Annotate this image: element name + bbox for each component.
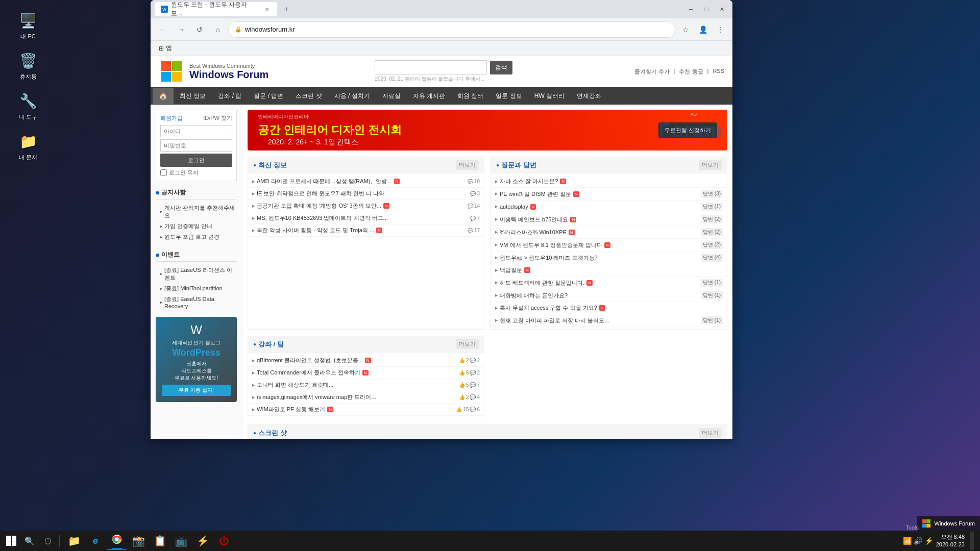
menu-button[interactable]: ⋮ [712, 21, 728, 38]
taskbar-ie[interactable]: e [85, 532, 106, 550]
nav-members[interactable]: 회원 장터 [451, 88, 489, 105]
lecture-more[interactable]: 더보기 [456, 339, 479, 349]
header-link-recommend[interactable]: 추천 행글 [679, 68, 703, 76]
ad-banner[interactable]: 인테리어디자인코리아 공간 인테리어 디자인 전시회 2020. 2. 26+ … [248, 110, 727, 151]
login-button[interactable]: 로그인 [160, 154, 232, 167]
nav-hw[interactable]: HW 갤러리 [528, 88, 571, 105]
qa-item-11[interactable]: 혹시 무설치 access 구할 수 있을 가요? N [491, 302, 727, 314]
notice-item-3[interactable]: 윈도우 포럼 로고 변경 [156, 232, 237, 242]
taskbar-app-4[interactable]: ⚡ [192, 532, 213, 550]
address-bar[interactable]: 🔒 windowsforum.kr [228, 21, 675, 38]
refresh-button[interactable]: ↺ [191, 21, 208, 38]
nav-resources[interactable]: 자료실 [376, 88, 407, 105]
header-link-rss[interactable]: RSS [713, 68, 724, 76]
taskbar-app-2[interactable]: 📋 [150, 532, 170, 550]
nav-daily[interactable]: 일툰 정보 [489, 88, 528, 105]
lecture-item-5[interactable]: WIM파일로 PE 실행 해보기 N 👍 15 💬 6 [248, 404, 484, 416]
website-content[interactable]: Best Windows Community Windows Forum 검색 … [151, 56, 732, 439]
desktop-icon-tools[interactable]: 🔧 내 도구 [10, 91, 46, 121]
nav-lecture[interactable]: 강좌 / 팁 [212, 88, 248, 105]
qa-item-4[interactable]: 이샘텍 메인보드 b75인데요 N 답변 (2) [491, 213, 727, 226]
minimize-button[interactable]: ─ [684, 4, 698, 14]
volume-icon[interactable]: 🔊 [914, 537, 922, 545]
screenshot-more[interactable]: 더보기 [699, 428, 722, 438]
search-button[interactable]: 검색 [490, 61, 512, 74]
qa-item-2[interactable]: PE wim파일 DISM 관련 질문 N 답변 (3) [491, 188, 727, 201]
find-id-link[interactable]: ID/PW 찾기 [203, 114, 232, 122]
news-item-3[interactable]: 공공기관 도입 확대 예정 '개방형 OS' 3종의 보안... N 💬 14 [248, 200, 484, 212]
network-icon[interactable]: 📶 [903, 537, 912, 545]
qa-item-6[interactable]: VM 에서 윈도우 8.1 정품인증문제 입니다 N 답변 (2) [491, 239, 727, 252]
maximize-button[interactable]: □ [700, 4, 713, 14]
lecture-item-3[interactable]: 모니터 화면 해상도가 흐릿때... 👍 5 💬 7 [248, 379, 484, 391]
taskbar-file-explorer[interactable]: 📁 [64, 532, 84, 550]
qa-item-8[interactable]: 백업질문 N [491, 264, 727, 277]
nav-home[interactable]: 🏠 [153, 88, 174, 104]
register-link[interactable]: 회원가입 [160, 114, 183, 122]
forward-button[interactable]: → [173, 21, 189, 38]
event-item-2[interactable]: [종료] MiniTool partition [156, 283, 237, 294]
taskbar-clock[interactable]: 오전 8:48 2020-02-23 [936, 533, 965, 549]
taskbar-app-3[interactable]: 📺 [171, 532, 191, 550]
browser-tab[interactable]: W 윈도우 포럼 - 윈도우 사용자 모... ✕ [155, 2, 277, 16]
new-badge-5: N [376, 228, 382, 233]
desktop-icon-recycle[interactable]: 🗑️ 휴지통 [10, 51, 46, 81]
news-item-1[interactable]: AMD 라이젠 프로세서 때문에…삼성 램(RAM)、안방... N 💬 10 [248, 176, 484, 188]
remember-checkbox[interactable] [160, 169, 167, 176]
nav-lecture2[interactable]: 연재강좌 [571, 88, 607, 105]
nav-latest[interactable]: 최신 정보 [174, 88, 212, 105]
qa-more[interactable]: 더보기 [699, 160, 722, 170]
news-item-5[interactable]: 북한 악성 사이버 활동 - 악성 코드 및 Troja의 ... N 💬 17 [248, 224, 484, 237]
bookmark-star-button[interactable]: ☆ [677, 21, 694, 38]
show-desktop-button[interactable] [970, 532, 974, 550]
wp-install-button[interactable]: 무료 자동 설치! [162, 385, 231, 396]
news-item-2[interactable]: IE 보안 취약점으로 인해 윈도우7 패치 한번 더 나와 💬 3 [248, 188, 484, 200]
start-button[interactable] [2, 532, 20, 550]
qa-item-3[interactable]: autodisplay N 답변 (1) [491, 201, 727, 213]
event-item-1[interactable]: [종료] EaseUS 라이센스 이벤트 [156, 265, 237, 283]
tab-favicon: W [161, 6, 168, 13]
taskbar-app-1[interactable]: 📸 [128, 532, 149, 550]
notice-item-1[interactable]: 게시판 관리자를 추천해주세요 [156, 203, 237, 221]
qa-item-1[interactable]: 자바 소스 잘 아시는분? N [491, 176, 727, 188]
desktop-icon-pc[interactable]: 🖥️ 내 PC [10, 10, 46, 40]
close-button[interactable]: ✕ [715, 4, 728, 14]
qa-new-6: N [604, 242, 610, 248]
header-link-favorites[interactable]: 즐겨찾기 추가 [634, 68, 670, 76]
event-item-3[interactable]: [종료] EaseUS Data Recovery [156, 294, 237, 311]
qa-item-10[interactable]: 대화방에 대하는 폰인가요? 답변 (1) [491, 289, 727, 302]
lecture-item-1[interactable]: qBittorrent 클라이언트 설정법..(초보분들... N 👍 2 💬 … [248, 355, 484, 367]
qa-item-12[interactable]: 현재 고장 아이피 파일로 저장 다시 불러오... 답변 (1) [491, 314, 727, 327]
latest-news-more[interactable]: 더보기 [456, 160, 479, 170]
taskbar-search-button[interactable]: 🔍 [20, 532, 39, 550]
home-button[interactable]: ⌂ [210, 21, 226, 38]
nav-screenshot[interactable]: 스크린 샷 [289, 88, 328, 105]
tab-close-btn[interactable]: ✕ [263, 5, 271, 13]
desktop-icon-docs[interactable]: 📁 내 문서 [10, 131, 46, 161]
account-button[interactable]: 👤 [695, 21, 711, 38]
login-id-input[interactable] [160, 125, 232, 137]
news-item-2-title: IE 보안 취약점으로 인해 윈도우7 패치 한번 더 나와 [252, 190, 470, 197]
back-button[interactable]: ← [155, 21, 171, 38]
new-tab-button[interactable]: + [279, 2, 293, 16]
news-item-4[interactable]: MS, 윈도우10 KB4532693 업데이트의 치명적 버그... 💬 7 [248, 212, 484, 224]
wf-logo-mini [922, 519, 930, 528]
taskbar-chrome[interactable] [107, 532, 127, 550]
login-pw-input[interactable] [160, 139, 232, 152]
nav-usage[interactable]: 사용 / 설치기 [328, 88, 376, 105]
task-view-button[interactable]: ⬡ [39, 532, 57, 550]
nav-qa[interactable]: 질문 / 답변 [248, 88, 289, 105]
remember-me: 로그인 유지 [160, 169, 232, 177]
docs-icon: 📁 [18, 131, 38, 152]
lecture-item-4[interactable]: rsimagex,gimagex에서 vmware map한 드라이... 👍 … [248, 391, 484, 404]
bookmark-apps[interactable]: ⊞ 앱 [155, 42, 176, 55]
taskbar-app-5[interactable]: ⏻ [214, 532, 234, 550]
lecture-item-2[interactable]: Total Commander에서 클라우드 접속하기 N 👍 6 💬 2 [248, 367, 484, 379]
qa-item-9[interactable]: 하드 배드섹터에 관한 질문입니다. N 답변 (1) [491, 277, 727, 289]
header-search-input[interactable] [375, 60, 487, 74]
qa-item-7[interactable]: 윈도우xp > 윈도우10 레마즈 포켓가능? 답변 (4) [491, 252, 727, 264]
nav-free[interactable]: 자유 게시판 [407, 88, 451, 105]
notice-item-2[interactable]: 가입 인증메일 안내 [156, 221, 237, 232]
qa-item-5[interactable]: %카리스마조% Win10XPE N 답변 (2) [491, 226, 727, 239]
tab-title: 윈도우 포럼 - 윈도우 사용자 모... [171, 1, 258, 18]
